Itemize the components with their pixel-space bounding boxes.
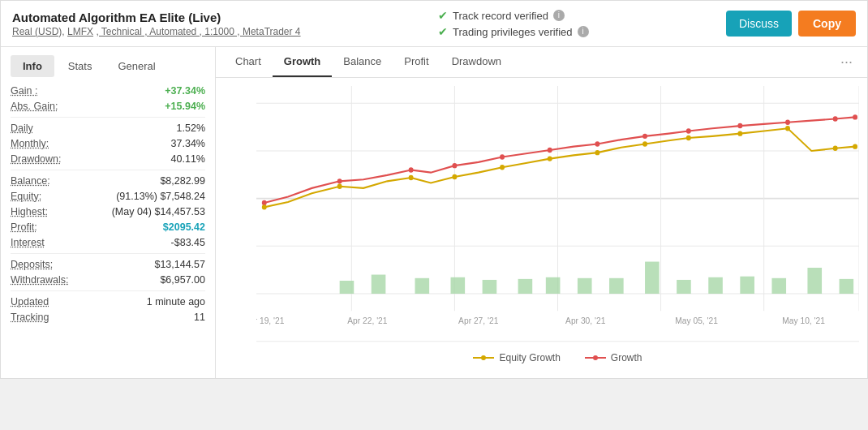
- svg-rect-28: [708, 277, 723, 294]
- subtitle-broker[interactable]: LMFX: [67, 26, 93, 37]
- svg-point-37: [500, 154, 505, 159]
- gain-label: Gain :: [11, 85, 37, 97]
- chart-legend: Equity Growth Growth: [256, 346, 859, 368]
- withdrawals-row: Withdrawals: $6,957.00: [11, 274, 205, 286]
- svg-point-46: [262, 204, 267, 209]
- check-icon-2: ✔: [438, 25, 448, 38]
- interest-label: Interest: [11, 237, 45, 248]
- svg-rect-18: [372, 275, 386, 294]
- highest-label: Highest:: [11, 206, 48, 217]
- chart-tab-balance[interactable]: Balance: [332, 47, 393, 77]
- svg-point-35: [409, 167, 414, 172]
- copy-button[interactable]: Copy: [798, 11, 856, 37]
- updated-label: Updated: [11, 296, 49, 307]
- svg-point-48: [409, 175, 414, 180]
- profit-value: $2095.42: [163, 221, 205, 233]
- svg-rect-27: [677, 280, 691, 294]
- tab-stats[interactable]: Stats: [56, 55, 105, 77]
- chart-tab-drawdown[interactable]: Drawdown: [440, 47, 513, 77]
- interest-row: Interest -$83.45: [11, 237, 205, 248]
- interest-value: -$83.45: [171, 237, 205, 248]
- svg-rect-23: [546, 277, 561, 294]
- withdrawals-label: Withdrawals:: [11, 274, 69, 286]
- chart-more-button[interactable]: ···: [834, 47, 859, 77]
- deposits-label: Deposits:: [11, 259, 53, 270]
- svg-rect-21: [483, 280, 497, 294]
- svg-text:Apr 22, '21: Apr 22, '21: [347, 316, 387, 326]
- verification-section: ✔ Track record verified i ✔ Trading priv…: [438, 9, 589, 38]
- discuss-button[interactable]: Discuss: [726, 11, 792, 37]
- deposits-row: Deposits: $13,144.57: [11, 259, 205, 270]
- chart-tab-growth[interactable]: Growth: [273, 47, 333, 77]
- drawdown-label: Drawdown:: [11, 153, 62, 165]
- gain-row: Gain : +37.34%: [11, 85, 205, 97]
- svg-rect-25: [609, 278, 624, 294]
- monthly-label: Monthly:: [11, 138, 49, 149]
- svg-text:May 10, '21: May 10, '21: [782, 316, 825, 326]
- monthly-value: 37.34%: [171, 138, 205, 149]
- svg-point-50: [500, 165, 505, 170]
- growth-icon: [585, 353, 606, 363]
- chart-area: 48% 24% 0% -24% -48%: [216, 78, 867, 378]
- chart-tab-profit[interactable]: Profit: [393, 47, 440, 77]
- trading-privileges-verified: ✔ Trading privileges verified i: [438, 25, 589, 38]
- svg-point-47: [337, 184, 342, 189]
- info-icon-1[interactable]: i: [553, 10, 565, 21]
- subtitle-rest: , Technical , Automated , 1:1000 , MetaT…: [96, 26, 300, 37]
- svg-point-58: [853, 144, 857, 148]
- info-icon-2[interactable]: i: [578, 26, 589, 37]
- svg-point-34: [337, 178, 342, 183]
- balance-label: Balance:: [11, 175, 50, 187]
- svg-point-40: [642, 134, 647, 139]
- balance-value: $8,282.99: [160, 175, 205, 187]
- equity-row: Equity: (91.13%) $7,548.24: [11, 191, 205, 202]
- chart-tab-chart[interactable]: Chart: [224, 47, 273, 77]
- svg-point-51: [548, 156, 552, 161]
- svg-point-68: [593, 355, 598, 360]
- chart-tabs: Chart Growth Balance Profit Drawdown ···: [216, 47, 867, 78]
- svg-point-53: [642, 141, 647, 146]
- withdrawals-value: $6,957.00: [160, 274, 205, 286]
- check-icon-1: ✔: [438, 9, 448, 22]
- svg-text:May 05, '21: May 05, '21: [675, 316, 718, 326]
- updated-value: 1 minute ago: [147, 296, 205, 307]
- tracking-label: Tracking: [11, 312, 49, 323]
- verified-text-2: Trading privileges verified: [453, 26, 573, 38]
- svg-text:Apr 19, '21: Apr 19, '21: [256, 316, 284, 326]
- svg-point-49: [452, 174, 457, 179]
- daily-label: Daily: [11, 123, 33, 134]
- right-panel: Chart Growth Balance Profit Drawdown ···: [216, 47, 867, 378]
- track-record-verified: ✔ Track record verified i: [438, 9, 589, 22]
- deposits-value: $13,144.57: [154, 259, 205, 270]
- growth-chart: 48% 24% 0% -24% -48%: [256, 86, 859, 346]
- svg-point-66: [481, 355, 486, 360]
- svg-rect-29: [740, 277, 754, 294]
- svg-rect-26: [645, 262, 660, 294]
- tracking-value: 11: [194, 312, 205, 323]
- svg-point-43: [785, 120, 790, 125]
- svg-rect-30: [771, 278, 786, 294]
- svg-rect-24: [578, 278, 592, 294]
- svg-rect-22: [518, 279, 533, 294]
- svg-point-54: [686, 135, 691, 140]
- legend-growth: Growth: [585, 352, 642, 363]
- svg-point-45: [853, 114, 857, 119]
- monthly-row: Monthly: 37.34%: [11, 138, 205, 149]
- svg-rect-31: [807, 268, 822, 294]
- abs-gain-row: Abs. Gain: +15.94%: [11, 101, 205, 112]
- svg-point-55: [737, 131, 742, 135]
- highest-value: (May 04) $14,457.53: [112, 206, 205, 217]
- legend-equity-label: Equity Growth: [499, 352, 560, 363]
- profit-label: Profit:: [11, 221, 37, 233]
- tab-general[interactable]: General: [105, 55, 167, 77]
- abs-gain-label: Abs. Gain:: [11, 101, 58, 112]
- svg-rect-20: [451, 277, 466, 294]
- daily-row: Daily 1.52%: [11, 123, 205, 134]
- abs-gain-value: +15.94%: [165, 101, 205, 112]
- balance-row: Balance: $8,282.99: [11, 175, 205, 187]
- tab-info[interactable]: Info: [11, 55, 54, 77]
- left-panel: Info Stats General Gain : +37.34% Abs. G…: [1, 47, 216, 378]
- equity-value: (91.13%) $7,548.24: [116, 191, 205, 202]
- svg-rect-32: [840, 279, 854, 294]
- svg-text:Apr 30, '21: Apr 30, '21: [565, 316, 605, 326]
